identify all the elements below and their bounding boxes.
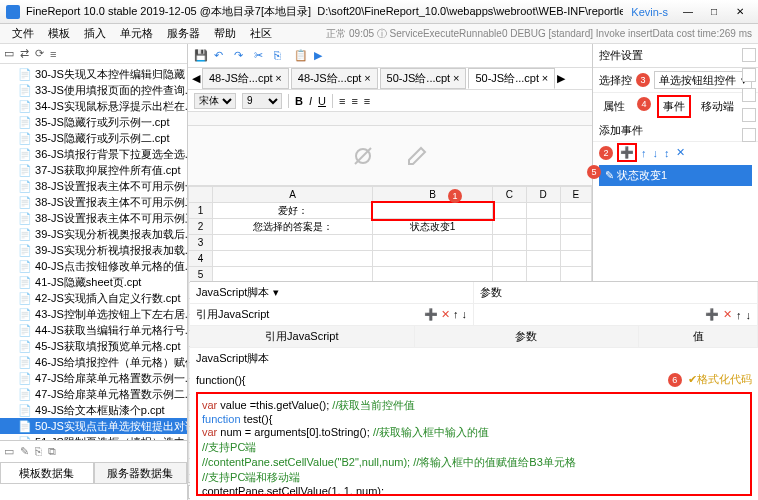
- tree-item[interactable]: 📄 42-JS实现插入自定义行数.cpt: [0, 290, 187, 306]
- tree-item[interactable]: 📄 38-JS设置报表主体不可用示例二: [0, 194, 187, 210]
- tree-item[interactable]: 📄 35-JS隐藏行或列示例二.cpt: [0, 130, 187, 146]
- close-button[interactable]: ✕: [728, 4, 752, 20]
- copy-icon[interactable]: ⎘: [274, 49, 288, 63]
- open-icon[interactable]: ⇄: [20, 47, 29, 60]
- align-right-icon[interactable]: ≡: [364, 95, 370, 107]
- up-icon[interactable]: ↑: [453, 308, 459, 320]
- menu-server[interactable]: 服务器: [161, 24, 206, 43]
- tree-item[interactable]: 📄 36-JS填报行背景下拉夏选全选.t: [0, 146, 187, 162]
- doc-tab[interactable]: 48-JS给...cpt ×: [202, 68, 289, 89]
- align-center-icon[interactable]: ≡: [351, 95, 357, 107]
- tree-item[interactable]: 📄 39-JS实现分析视填报报表加载.t: [0, 242, 187, 258]
- save-icon[interactable]: 💾: [194, 49, 208, 63]
- tab-server-ds[interactable]: 服务器数据集: [94, 462, 188, 484]
- cell[interactable]: 爱好：: [213, 203, 373, 219]
- align-left-icon[interactable]: ≡: [339, 95, 345, 107]
- cell[interactable]: [526, 235, 560, 251]
- tree-item[interactable]: 📄 50-JS实现点击单选按钮提出对话框: [0, 418, 187, 434]
- doc-tab[interactable]: 50-JS给...cpt ×: [468, 68, 555, 89]
- ds-edit-icon[interactable]: ✎: [20, 445, 29, 458]
- event-item[interactable]: ✎ 状态改变1: [599, 165, 752, 186]
- move-down-icon[interactable]: ↓: [653, 147, 659, 159]
- tab-event[interactable]: 事件: [659, 97, 689, 116]
- cell[interactable]: [493, 235, 527, 251]
- tree-item[interactable]: 📄 41-JS隐藏sheet页.cpt: [0, 274, 187, 290]
- underline-button[interactable]: U: [318, 95, 326, 107]
- tree-item[interactable]: 📄 37-JS获取抑展控件所有值.cpt: [0, 162, 187, 178]
- tab-template-ds[interactable]: 模板数据集: [0, 462, 94, 484]
- tree-item[interactable]: 📄 30-JS失现又本控件编辑归隐藏: [0, 66, 187, 82]
- doc-tab[interactable]: 50-JS给...cpt ×: [380, 68, 467, 89]
- doc-tab[interactable]: 48-JS给...cpt ×: [291, 68, 378, 89]
- file-tree[interactable]: 📄 30-JS失现又本控件编辑归隐藏📄 33-JS使用填报页面的控件查询.cpt…: [0, 64, 187, 440]
- tabs-scroll-right[interactable]: ▶: [557, 72, 565, 85]
- down-icon[interactable]: ↓: [746, 309, 752, 321]
- widget-select[interactable]: 单选按钮组控件▾: [654, 71, 752, 89]
- paste-icon[interactable]: 📋: [294, 49, 308, 63]
- add-icon[interactable]: ➕: [705, 308, 719, 321]
- tree-item[interactable]: 📄 46-JS给填报控件（单元格）赋值: [0, 354, 187, 370]
- remove-icon[interactable]: ✕: [441, 308, 450, 320]
- menu-file[interactable]: 文件: [6, 24, 40, 43]
- move-up-icon[interactable]: ↑: [641, 147, 647, 159]
- maximize-button[interactable]: □: [702, 4, 726, 20]
- side-icon[interactable]: [742, 68, 756, 82]
- cell[interactable]: [560, 219, 591, 235]
- cell[interactable]: [493, 203, 527, 219]
- remove-icon[interactable]: ✕: [723, 308, 732, 321]
- add-icon[interactable]: ➕: [424, 308, 438, 320]
- cell[interactable]: [373, 235, 493, 251]
- side-icon[interactable]: [742, 128, 756, 142]
- menu-help[interactable]: 帮助: [208, 24, 242, 43]
- undo-icon[interactable]: ↶: [214, 49, 228, 63]
- cell[interactable]: [560, 203, 591, 219]
- cell[interactable]: [493, 251, 527, 267]
- cell[interactable]: [526, 251, 560, 267]
- cell[interactable]: [526, 219, 560, 235]
- tree-item[interactable]: 📄 38-JS设置报表主体不可用示例三: [0, 210, 187, 226]
- ds-copy-icon[interactable]: ⧉: [48, 445, 56, 458]
- add-event-button[interactable]: ➕: [619, 145, 635, 160]
- tree-item[interactable]: 📄 43-JS控制单选按钮上下左右居.t: [0, 306, 187, 322]
- tree-item[interactable]: 📄 49-JS给文本框贴漆个p.cpt: [0, 402, 187, 418]
- cell[interactable]: 您选择的答案是：: [213, 219, 373, 235]
- tree-item[interactable]: 📄 39-JS实现分析视奥报表加载后.t: [0, 226, 187, 242]
- down-icon[interactable]: ↓: [462, 308, 468, 320]
- side-icon[interactable]: [742, 48, 756, 62]
- tree-item[interactable]: 📄 40-JS点击按钮修改单元格的值.t: [0, 258, 187, 274]
- ds-add-icon[interactable]: ▭: [4, 445, 14, 458]
- cell[interactable]: [526, 203, 560, 219]
- tab-mobile[interactable]: 移动端: [697, 97, 738, 116]
- sort-icon[interactable]: ↕: [664, 147, 670, 159]
- delete-event-icon[interactable]: ✕: [676, 146, 685, 159]
- cell[interactable]: [560, 235, 591, 251]
- tree-item[interactable]: 📄 35-JS隐藏行或列示例一.cpt: [0, 114, 187, 130]
- side-icon[interactable]: [742, 88, 756, 102]
- bold-button[interactable]: B: [295, 95, 303, 107]
- user-link[interactable]: Kevin-s: [631, 6, 668, 18]
- tree-item[interactable]: 📄 47-JS给扉菜单元格置数示例二.cp: [0, 386, 187, 402]
- ds-del-icon[interactable]: ⎘: [35, 445, 42, 458]
- menu-template[interactable]: 模板: [42, 24, 76, 43]
- tab-property[interactable]: 属性: [599, 97, 629, 116]
- refresh-icon[interactable]: ⟳: [35, 47, 44, 60]
- redo-icon[interactable]: ↷: [234, 49, 248, 63]
- tabs-scroll-left[interactable]: ◀: [192, 72, 200, 85]
- format-code-button[interactable]: ✔格式化代码: [688, 373, 752, 385]
- tree-item[interactable]: 📄 45-JS获取填报预览单元格.cpt: [0, 338, 187, 354]
- cell[interactable]: [213, 235, 373, 251]
- italic-button[interactable]: I: [309, 95, 312, 107]
- menu-insert[interactable]: 插入: [78, 24, 112, 43]
- cut-icon[interactable]: ✂: [254, 49, 268, 63]
- up-icon[interactable]: ↑: [736, 309, 742, 321]
- tree-item[interactable]: 📄 38-JS设置报表主体不可用示例一: [0, 178, 187, 194]
- side-icon[interactable]: [742, 108, 756, 122]
- menu-cell[interactable]: 单元格: [114, 24, 159, 43]
- tree-item[interactable]: 📄 33-JS使用填报页面的控件查询.cpt: [0, 82, 187, 98]
- tree-item[interactable]: 📄 44-JS获取当编辑行单元格行号.t: [0, 322, 187, 338]
- tree-item[interactable]: 📄 34-JS实现鼠标悬浮提示出栏在.t: [0, 98, 187, 114]
- cell[interactable]: [493, 219, 527, 235]
- cell[interactable]: 状态改变1: [373, 219, 493, 235]
- tree-item[interactable]: 📄 47-JS给扉菜单元格置数示例一.cp: [0, 370, 187, 386]
- menu-community[interactable]: 社区: [244, 24, 278, 43]
